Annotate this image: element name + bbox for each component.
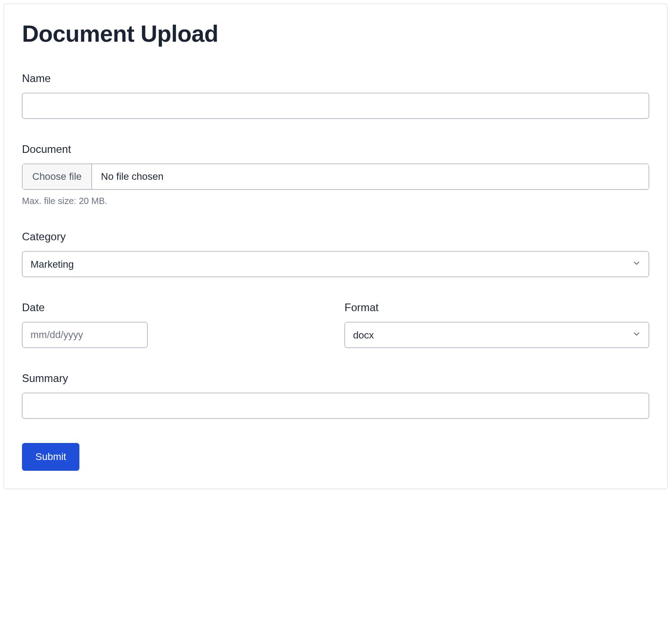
file-size-hint: Max. file size: 20 MB. [22, 196, 649, 206]
summary-label: Summary [22, 372, 649, 385]
category-field: Category Marketing [22, 230, 649, 277]
format-label: Format [345, 301, 649, 314]
document-upload-panel: Document Upload Name Document Choose fil… [4, 4, 668, 489]
name-label: Name [22, 72, 649, 85]
date-label: Date [22, 301, 327, 314]
page-title: Document Upload [22, 20, 649, 47]
summary-field: Summary [22, 372, 649, 419]
format-field: Format docx [345, 301, 649, 348]
document-field: Document Choose file No file chosen Max.… [22, 143, 649, 206]
summary-input[interactable] [22, 393, 649, 419]
file-input-row: Choose file No file chosen [22, 164, 649, 190]
date-input[interactable] [22, 322, 148, 348]
category-label: Category [22, 230, 649, 243]
date-field: Date [22, 301, 327, 348]
document-label: Document [22, 143, 649, 156]
date-format-row: Date Format docx [22, 301, 649, 348]
file-status-text: No file chosen [92, 164, 649, 189]
name-field: Name [22, 72, 649, 119]
choose-file-button[interactable]: Choose file [22, 164, 92, 189]
submit-button[interactable]: Submit [22, 443, 79, 471]
name-input[interactable] [22, 93, 649, 119]
format-select[interactable]: docx [345, 322, 649, 348]
category-select[interactable]: Marketing [22, 251, 649, 277]
